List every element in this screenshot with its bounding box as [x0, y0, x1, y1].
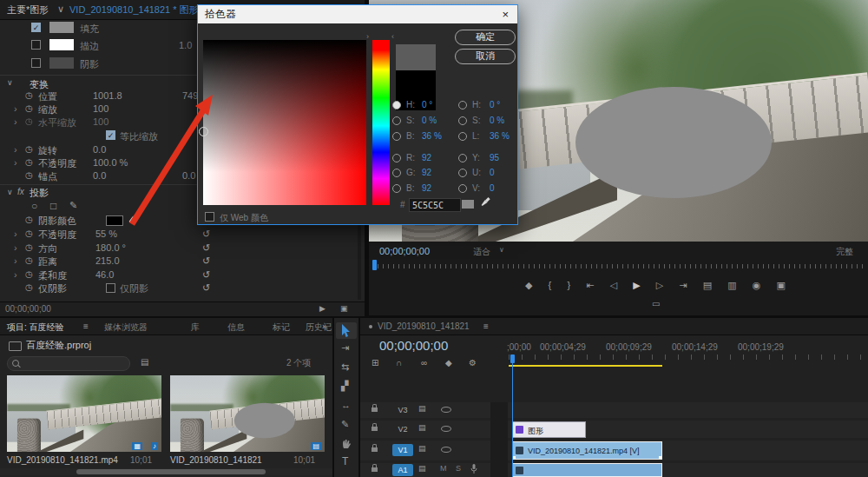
hand-tool[interactable]	[341, 439, 352, 449]
tab-project[interactable]: 项目: 百度经验	[7, 321, 64, 334]
hue-arrow-right-icon[interactable]: ‹	[391, 32, 394, 41]
mark-out-icon[interactable]: }	[567, 280, 570, 291]
hsb-s-value[interactable]: 0 %	[422, 116, 437, 125]
lock-icon[interactable]	[372, 427, 378, 431]
timeline-clip-video[interactable]: VID_20190810_141821.mp4 [V]	[512, 441, 662, 460]
uniform-scale-checkbox[interactable]: ✓	[106, 130, 115, 140]
sync-lock-icon[interactable]: ▤	[418, 423, 426, 432]
track-output-icon[interactable]	[441, 447, 451, 453]
fit-dropdown[interactable]: 适合	[473, 246, 490, 258]
monitor-playhead[interactable]	[372, 260, 377, 270]
linked-selection-icon[interactable]: ∞	[421, 358, 427, 368]
hsl-l-value[interactable]: 36 %	[490, 131, 510, 141]
expand-icon[interactable]: ›	[14, 269, 17, 280]
export-frame-icon[interactable]: ◉	[753, 280, 761, 291]
project-name[interactable]: 百度经验.prproj	[26, 339, 91, 352]
selection-tool[interactable]	[336, 322, 357, 339]
expand-icon[interactable]: ›	[14, 103, 17, 114]
color-field[interactable]	[203, 40, 366, 205]
program-timecode[interactable]: 00;00;00;00	[379, 246, 430, 256]
stopwatch-icon[interactable]: ◷	[25, 242, 33, 252]
stroke-checkbox[interactable]	[31, 40, 41, 50]
yuv-u-radio[interactable]	[458, 169, 467, 177]
cancel-button[interactable]: 取消	[455, 49, 516, 64]
shadow-opacity-value[interactable]: 55 %	[95, 229, 117, 239]
film-badge-icon[interactable]: ▦	[132, 442, 142, 450]
hsb-b-radio[interactable]	[392, 132, 401, 141]
solo-button[interactable]: S	[456, 464, 461, 473]
expand-icon[interactable]: ›	[14, 157, 17, 168]
list-view-icon[interactable]: ▤	[141, 357, 148, 367]
effect-controls-timecode[interactable]: 00;00;00;00	[5, 304, 51, 314]
overlay-ellipse[interactable]	[234, 403, 295, 439]
panel-menu-icon[interactable]: ≡	[483, 321, 489, 331]
expand-icon[interactable]: ›	[14, 242, 17, 253]
button-editor-icon[interactable]: ▭	[652, 299, 660, 308]
shadow-only-checkbox[interactable]	[106, 283, 115, 293]
eyedropper-icon[interactable]	[479, 195, 491, 208]
snap-icon[interactable]: ∩	[396, 358, 402, 368]
track-target-v2[interactable]: V2	[392, 423, 413, 435]
sync-lock-icon[interactable]: ▤	[418, 464, 426, 473]
track-target-v3[interactable]: V3	[392, 404, 413, 416]
monitor-ruler[interactable]	[372, 264, 864, 268]
slip-tool[interactable]: ↔	[341, 400, 351, 410]
timeline-playhead-line[interactable]	[512, 354, 513, 477]
ripple-edit-tool[interactable]: ⇆	[341, 361, 349, 373]
hsl-s-value[interactable]: 0 %	[490, 116, 504, 125]
yuv-v-value[interactable]: 0	[490, 183, 495, 193]
hsl-h-radio[interactable]	[458, 101, 467, 109]
shadow-checkbox[interactable]	[31, 58, 41, 68]
shadow-softness-value[interactable]: 46.0	[95, 269, 114, 280]
transform-section-title[interactable]: 变换	[30, 78, 49, 91]
search-input[interactable]	[7, 356, 130, 371]
expand-icon[interactable]: ›	[14, 255, 17, 266]
project-item-thumbnail[interactable]: ▦ ♪	[7, 375, 161, 452]
rect-tool-icon[interactable]: □	[50, 200, 56, 212]
go-to-in-icon[interactable]: ⇤	[586, 280, 594, 291]
tab-markers[interactable]: 标记	[273, 321, 290, 334]
collapse-icon[interactable]: ∨	[7, 188, 13, 196]
toggle-view-icon[interactable]: ▣	[340, 304, 348, 313]
position-x-value[interactable]: 1001.8	[93, 90, 122, 101]
hsl-h-value[interactable]: 0 °	[490, 100, 500, 109]
rgb-g-value[interactable]: 92	[422, 168, 431, 177]
hscrollbar-track[interactable]	[0, 468, 332, 475]
project-item-thumbnail[interactable]: ▤	[170, 375, 325, 452]
rgb-r-radio[interactable]	[392, 154, 401, 162]
quality-dropdown[interactable]: 完整	[836, 246, 853, 258]
tab-effect-controls[interactable]: 主要*图形	[7, 3, 49, 17]
fill-swatch[interactable]	[49, 22, 74, 33]
sequence-badge-icon[interactable]: ▤	[311, 442, 321, 450]
opacity-value[interactable]: 100.0 %	[93, 157, 128, 168]
tab-timeline-sequence[interactable]: VID_20190810_141821	[378, 321, 470, 331]
rgb-b-value[interactable]: 92	[422, 183, 431, 193]
pen-tool-icon[interactable]: ✎	[69, 200, 77, 211]
chevron-down-icon[interactable]: ∨	[499, 246, 504, 254]
color-field-cursor[interactable]	[199, 127, 208, 136]
shadow-color-swatch[interactable]	[106, 215, 123, 226]
track-output-icon[interactable]	[441, 407, 451, 413]
reset-icon[interactable]: ↺	[202, 269, 210, 281]
stroke-swatch[interactable]	[49, 39, 74, 50]
hex-input[interactable]	[409, 198, 461, 212]
hsl-l-radio[interactable]	[458, 132, 467, 141]
rgb-r-value[interactable]: 92	[422, 153, 431, 162]
tab-libraries[interactable]: 库	[191, 321, 200, 334]
lock-icon[interactable]	[372, 447, 378, 452]
yuv-v-radio[interactable]	[458, 184, 467, 193]
audio-badge-icon[interactable]: ♪	[151, 442, 158, 450]
stopwatch-icon[interactable]: ◷	[25, 170, 33, 180]
stopwatch-icon[interactable]: ◷	[25, 229, 33, 238]
chevron-down-icon[interactable]: ∨	[57, 3, 64, 15]
yuv-y-value[interactable]: 95	[490, 153, 499, 162]
track-select-tool[interactable]: ⇥	[341, 342, 349, 354]
timeline-timecode[interactable]: 00;00;00;00	[379, 338, 448, 353]
reset-icon[interactable]: ↺	[202, 255, 210, 267]
reset-icon[interactable]: ↺	[202, 282, 210, 294]
nest-toggle-icon[interactable]: ⊞	[372, 358, 378, 368]
tab-media-browser[interactable]: 媒体浏览器	[104, 321, 148, 334]
expand-icon[interactable]: ›	[14, 116, 17, 127]
add-marker-icon[interactable]: ◆	[445, 358, 452, 368]
expand-icon[interactable]: ›	[14, 229, 17, 239]
